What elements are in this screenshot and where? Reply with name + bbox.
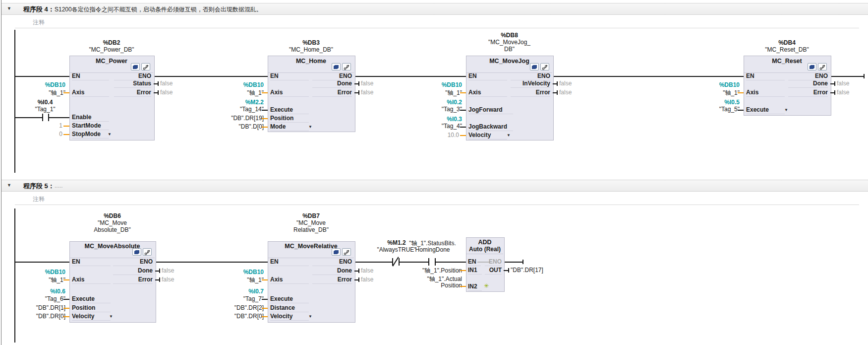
open-db-icon[interactable] (132, 248, 141, 256)
network4-comment[interactable]: 注释 (33, 18, 45, 27)
operand-tag[interactable]: "DB".DR[2] (194, 304, 264, 311)
operand-tag[interactable]: "DB".DR[17] (511, 267, 555, 274)
pin-execute: Execute (270, 295, 309, 303)
db-name[interactable]: "MC_Move (69, 219, 155, 226)
wire (354, 92, 358, 93)
monitor-icon[interactable] (540, 63, 549, 70)
network4-title: 程序段 4： (23, 5, 55, 14)
open-db-icon[interactable] (332, 63, 341, 70)
db-name[interactable]: "MC_Move (268, 219, 354, 226)
db-name[interactable]: "MC_Reset_DB" (744, 46, 830, 53)
db-name[interactable]: Relative_DB" (268, 226, 354, 233)
operand-tag[interactable]: "轴_1" (6, 276, 65, 284)
db-address[interactable]: %DB2 (69, 39, 154, 46)
db-address[interactable]: %DB4 (744, 39, 830, 46)
operand-address[interactable]: %DB10 (6, 81, 65, 88)
monitor-icon[interactable] (143, 248, 152, 256)
network4-subtitle[interactable]: S1200各定位指令之间不能互锁，启动条件必须做互锁，否则会出现数据混乱。 (55, 5, 262, 14)
operand-address[interactable]: %DB10 (194, 81, 264, 88)
expand-inputs-arrow[interactable]: ▼ (784, 108, 788, 112)
operand-tag[interactable]: "DB".DR[0] (6, 313, 65, 320)
contact-address[interactable]: %I0.4 (27, 99, 63, 106)
expand-inputs-arrow[interactable]: ▼ (308, 125, 312, 129)
operand-tag[interactable]: "Tag_6" (6, 295, 65, 302)
no-contact-symbol[interactable] (428, 258, 429, 266)
monitor-icon[interactable] (818, 63, 827, 70)
ladder-editor-canvas: ▼ 程序段 4： S1200各定位指令之间不能互锁，启动条件必须做互锁，否则会出… (0, 0, 868, 345)
expand-inputs-arrow[interactable]: ▼ (109, 314, 113, 319)
expand-inputs-arrow[interactable]: ▼ (108, 132, 112, 137)
operand-tag[interactable]: Position (392, 282, 462, 289)
operand-tag[interactable]: "DB".D[0] (194, 123, 264, 130)
insert-input-icon[interactable]: ✳ (484, 282, 489, 289)
expand-inputs-arrow[interactable]: ▼ (308, 314, 312, 319)
operand-tag[interactable]: "轴_1" (6, 89, 65, 97)
db-name[interactable]: Absolute_DB" (69, 226, 155, 233)
constant-value[interactable]: 10.0 (393, 132, 459, 138)
operand-tag[interactable]: "轴_1" (393, 89, 462, 97)
no-contact-symbol[interactable] (42, 114, 43, 121)
network4-comment-row[interactable]: 注释 (15, 16, 859, 28)
operand-tag[interactable]: "DB".DR[19] (194, 115, 264, 122)
collapse-arrow-icon[interactable]: ▼ (7, 6, 11, 11)
monitor-icon[interactable] (342, 63, 351, 70)
db-address[interactable]: %DB6 (69, 212, 155, 219)
operand-tag[interactable]: "Tag_3" (393, 106, 462, 113)
add-mode-selector[interactable]: Auto (Real) (466, 246, 504, 253)
constant-value[interactable]: 1 (6, 122, 62, 129)
operand-tag[interactable]: "DB".DR[1] (6, 304, 65, 311)
wire (504, 262, 523, 263)
db-address[interactable]: %DB7 (268, 212, 354, 219)
open-db-icon[interactable] (131, 63, 140, 70)
operand-tag[interactable]: "Tag_14" (194, 106, 264, 113)
operand-tag[interactable]: "Tag_4" (393, 123, 462, 130)
db-name[interactable]: DB" (466, 46, 553, 53)
wire (155, 271, 159, 272)
wire-end-tick (358, 81, 359, 86)
monitor-icon[interactable] (141, 63, 150, 70)
db-name[interactable]: "MC_Power_DB" (69, 46, 154, 53)
editor-left-border (1, 0, 1, 345)
operand-address[interactable]: %I0.2 (393, 99, 462, 106)
operand-tag[interactable]: "DB".DR[0] (194, 313, 264, 320)
nc-contact-symbol[interactable] (399, 258, 400, 266)
open-db-icon[interactable] (808, 63, 816, 70)
operand-tag[interactable]: "轴_1" (194, 89, 264, 97)
data-wire (262, 118, 268, 119)
operand-tag[interactable]: "Tag_5" (670, 106, 740, 113)
constant-value[interactable]: 0 (6, 131, 62, 138)
db-address[interactable]: %DB8 (466, 32, 553, 39)
network5-subtitle[interactable]: ..... (55, 182, 63, 189)
pin-axis: Axis (72, 276, 111, 284)
operand-address[interactable]: %DB10 (6, 269, 65, 276)
operand-tag[interactable]: "轴_1".Position (392, 267, 462, 275)
open-db-icon[interactable] (530, 63, 539, 70)
network5-comment-row[interactable]: 注释 (15, 193, 859, 205)
operand-address[interactable]: %I0.7 (194, 288, 264, 295)
network5-header[interactable]: ▼ 程序段 5： ..... (1, 180, 868, 192)
contact-tag[interactable]: "Tag_1" (27, 106, 63, 113)
operand-address[interactable]: %M2.2 (194, 99, 264, 106)
operand-address[interactable]: %I0.6 (6, 288, 65, 295)
operand-address[interactable]: %I0.3 (393, 116, 462, 123)
operand-address[interactable]: %DB10 (194, 269, 264, 276)
pin-axis: Axis (270, 89, 309, 97)
db-name[interactable]: "MC_Home_DB" (268, 46, 354, 53)
network4-header[interactable]: ▼ 程序段 4： S1200各定位指令之间不能互锁，启动条件必须做互锁，否则会出… (1, 3, 868, 15)
open-db-icon[interactable] (332, 248, 341, 256)
operand-tag[interactable]: "轴_1" (194, 276, 264, 284)
operand-tag[interactable]: "Tag_7" (194, 295, 264, 302)
operand-address[interactable]: %I0.5 (670, 99, 740, 106)
monitor-icon[interactable] (342, 248, 351, 256)
operand-address[interactable]: %DB10 (670, 81, 740, 88)
operand-tag[interactable]: "轴_1" (670, 89, 740, 97)
no-contact-symbol[interactable] (435, 258, 436, 266)
wire (15, 117, 42, 118)
network5-comment[interactable]: 注释 (33, 195, 45, 204)
operand-address[interactable]: %DB10 (393, 81, 462, 88)
contact-tag[interactable]: HomingDone (399, 246, 466, 253)
collapse-arrow-icon[interactable]: ▼ (7, 183, 11, 188)
expand-inputs-arrow[interactable]: ▼ (507, 133, 511, 138)
db-name[interactable]: "MC_MoveJog_ (466, 39, 553, 46)
db-address[interactable]: %DB3 (268, 39, 354, 46)
